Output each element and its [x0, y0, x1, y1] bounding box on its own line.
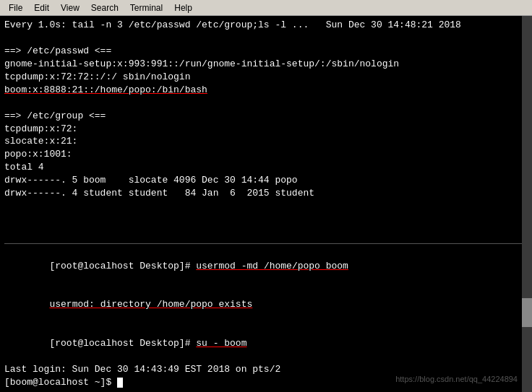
prompt: [root@localhost Desktop]#: [49, 261, 196, 271]
terminal-line-cmd2: [root@localhost Desktop]# su - boom: [4, 324, 528, 363]
terminal-line: ==> /etc/group <==: [4, 110, 528, 123]
terminal-line: gnome-initial-setup:x:993:991::/run/gnom…: [4, 58, 528, 71]
terminal-line: popo:x:1001:: [4, 148, 528, 161]
terminal-output-bottom: [root@localhost Desktop]# usermod -md /h…: [4, 243, 528, 389]
terminal-line: total 4: [4, 161, 528, 174]
terminal-output-top: Every 1.0s: tail -n 3 /etc/passwd /etc/g…: [4, 19, 528, 243]
menu-bar: File Edit View Search Terminal Help: [0, 0, 532, 16]
scrollbar[interactable]: [522, 16, 532, 392]
menu-edit[interactable]: Edit: [28, 1, 55, 14]
watermark: https://blog.csdn.net/qq_44224894: [395, 374, 518, 385]
terminal-line: drwx------. 5 boom slocate 4096 Dec 30 1…: [4, 174, 528, 187]
terminal-line-cmd1: [root@localhost Desktop]# usermod -md /h…: [4, 247, 528, 286]
terminal-window: File Edit View Search Terminal Help Ever…: [0, 0, 532, 392]
command-usermod: usermod -md /home/popo boom: [196, 261, 348, 271]
terminal-line: Every 1.0s: tail -n 3 /etc/passwd /etc/g…: [4, 19, 528, 32]
terminal-line-usermod-output: usermod: directory /home/popo exists: [4, 286, 528, 325]
terminal-line: [4, 97, 528, 110]
command-su: su - boom: [196, 338, 246, 349]
terminal-line: [4, 32, 528, 45]
terminal-body[interactable]: Every 1.0s: tail -n 3 /etc/passwd /etc/g…: [0, 16, 532, 392]
terminal-line: tcpdump:x:72:: [4, 123, 528, 136]
menu-search[interactable]: Search: [85, 1, 124, 14]
menu-terminal[interactable]: Terminal: [124, 1, 168, 14]
menu-view[interactable]: View: [55, 1, 85, 14]
terminal-line: slocate:x:21:: [4, 135, 528, 148]
menu-file[interactable]: File: [3, 1, 28, 14]
terminal-line: ==> /etc/passwd <==: [4, 45, 528, 58]
menu-help[interactable]: Help: [168, 1, 198, 14]
scrollbar-thumb[interactable]: [522, 298, 532, 327]
cursor: [117, 378, 123, 388]
prompt: [root@localhost Desktop]#: [49, 338, 196, 349]
terminal-line-boom: boom:x:8888:21::/home/popo:/bin/bash: [4, 84, 528, 97]
terminal-line: tcpdump:x:72:72::/:/ sbin/nologin: [4, 71, 528, 84]
terminal-line: drwx------. 4 student student 84 Jan 6 2…: [4, 187, 528, 200]
